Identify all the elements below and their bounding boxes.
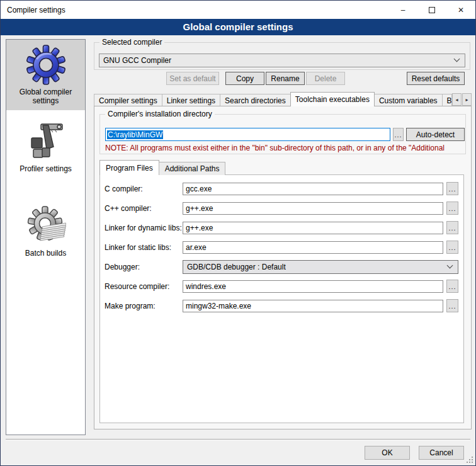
- button-label: Copy: [236, 74, 254, 83]
- tab-program-files[interactable]: Program Files: [99, 160, 159, 175]
- set-as-default-button[interactable]: Set as default: [166, 72, 219, 85]
- reset-defaults-button[interactable]: Reset defaults: [407, 72, 465, 85]
- sidebar-item-label: Batch builds: [8, 249, 84, 258]
- field-value: mingw32-make.exe: [186, 302, 251, 310]
- linker-static-label: Linker for static libs:: [105, 241, 171, 254]
- field-value: windres.exe: [186, 282, 226, 291]
- tab-linker-settings[interactable]: Linker settings: [162, 94, 220, 106]
- toolchain-executables-panel: Compiler's installation directory C:\ray…: [94, 106, 472, 429]
- settings-category-list: Global compiler settings Profiler settin…: [6, 39, 86, 435]
- make-program-browse-button[interactable]: ...: [446, 299, 458, 312]
- ellipsis-icon: ...: [448, 283, 456, 290]
- main-content: Selected compiler GNU GCC Compiler Set a…: [94, 35, 472, 441]
- program-files-tab-strip: Program Files Additional Paths: [99, 160, 225, 175]
- tab-toolchain-executables[interactable]: Toolchain executables: [290, 92, 375, 106]
- tab-label: Compiler settings: [99, 96, 157, 105]
- linker-dynamic-browse-button[interactable]: ...: [446, 221, 458, 234]
- sidebar-item-label: Global compiler settings: [8, 88, 84, 105]
- tab-label: Build: [447, 96, 452, 105]
- field-value: g++.exe: [186, 204, 213, 213]
- ellipsis-icon: ...: [448, 244, 456, 251]
- sidebar-item-label: Profiler settings: [8, 164, 84, 173]
- compiler-select[interactable]: GNU GCC Compiler: [99, 54, 465, 67]
- linker-dynamic-input[interactable]: g++.exe: [183, 222, 443, 234]
- copy-button[interactable]: Copy: [225, 72, 264, 85]
- sidebar-item-batch-builds[interactable]: Batch builds: [6, 201, 85, 263]
- installation-directory-group: Compiler's installation directory C:\ray…: [99, 114, 466, 154]
- minimize-icon: –: [401, 6, 405, 14]
- tab-label: Additional Paths: [165, 164, 220, 173]
- caliper-icon: [26, 122, 66, 162]
- tab-label: Linker settings: [167, 96, 215, 105]
- tab-label: Program Files: [106, 164, 153, 173]
- resource-compiler-browse-button[interactable]: ...: [446, 280, 458, 293]
- tab-additional-paths[interactable]: Additional Paths: [159, 162, 226, 175]
- ellipsis-icon: ...: [448, 224, 456, 232]
- button-label: OK: [382, 448, 392, 457]
- gray-gear-stack-icon: [26, 206, 66, 246]
- footer-divider: [6, 439, 470, 440]
- resize-grip[interactable]: [466, 456, 473, 463]
- cpp-compiler-browse-button[interactable]: ...: [446, 202, 458, 215]
- chevron-down-icon: [447, 263, 453, 269]
- close-button[interactable]: ✕: [446, 1, 475, 19]
- rename-button[interactable]: Rename: [266, 72, 305, 85]
- maximize-button[interactable]: [417, 1, 446, 19]
- c-compiler-browse-button[interactable]: ...: [446, 182, 458, 195]
- button-label: Auto-detect: [416, 130, 455, 139]
- page-title: Global compiler settings: [1, 19, 475, 35]
- tab-scroll-buttons: ◂ ▸: [452, 93, 472, 106]
- button-label: Rename: [271, 74, 299, 83]
- field-value: ar.exe: [186, 243, 207, 252]
- dialog-body: Global compiler settings Profiler settin…: [1, 35, 475, 465]
- ellipsis-icon: ...: [448, 185, 456, 193]
- field-value: g++.exe: [186, 224, 213, 232]
- linker-dynamic-label: Linker for dynamic libs:: [105, 222, 182, 234]
- resource-compiler-input[interactable]: windres.exe: [183, 280, 443, 293]
- compiler-select-value: GNU GCC Compiler: [103, 56, 171, 65]
- tab-label: Search directories: [225, 96, 286, 105]
- settings-tab-strip: Compiler settings Linker settings Search…: [94, 92, 472, 106]
- cancel-button[interactable]: Cancel: [419, 446, 464, 460]
- tab-label: Toolchain executables: [295, 95, 370, 104]
- c-compiler-label: C compiler:: [105, 183, 143, 195]
- title-bar[interactable]: Compiler settings – ✕: [1, 1, 475, 19]
- window-title: Compiler settings: [1, 6, 388, 14]
- cpp-compiler-input[interactable]: g++.exe: [183, 202, 443, 215]
- compiler-settings-dialog: Compiler settings – ✕ Global compiler se…: [0, 0, 476, 466]
- tab-label: Custom variables: [379, 96, 438, 105]
- linker-static-browse-button[interactable]: ...: [446, 241, 458, 254]
- debugger-select-value: GDB/CDB debugger : Default: [187, 263, 286, 271]
- tab-compiler-settings[interactable]: Compiler settings: [94, 94, 162, 106]
- linker-static-input[interactable]: ar.exe: [183, 241, 443, 254]
- make-program-input[interactable]: mingw32-make.exe: [183, 300, 443, 312]
- maximize-icon: [429, 7, 435, 13]
- button-label: Delete: [315, 74, 337, 83]
- field-value: gcc.exe: [186, 185, 212, 193]
- installation-directory-browse-button[interactable]: ...: [393, 128, 404, 141]
- minimize-button[interactable]: –: [388, 1, 417, 19]
- ellipsis-icon: ...: [394, 131, 402, 139]
- bin-subdirectory-note: NOTE: All programs must exist either in …: [105, 144, 465, 152]
- tab-custom-variables[interactable]: Custom variables: [374, 94, 443, 106]
- program-files-panel: C compiler: gcc.exe ... C++ compiler: g+…: [99, 174, 464, 423]
- ok-button[interactable]: OK: [365, 446, 410, 460]
- arrow-right-icon: ▸: [465, 97, 468, 103]
- tab-scroll-left-button[interactable]: ◂: [452, 93, 462, 106]
- button-label: Cancel: [429, 448, 453, 457]
- sidebar-item-profiler-settings[interactable]: Profiler settings: [6, 116, 85, 178]
- installation-directory-input[interactable]: C:\raylib\MinGW: [105, 128, 390, 141]
- sidebar-item-global-compiler-settings[interactable]: Global compiler settings: [6, 40, 85, 110]
- close-icon: ✕: [458, 6, 464, 14]
- installation-directory-value: C:\raylib\MinGW: [107, 130, 163, 139]
- tab-scroll-right-button[interactable]: ▸: [462, 93, 472, 106]
- debugger-select[interactable]: GDB/CDB debugger : Default: [183, 260, 458, 274]
- selected-compiler-group: Selected compiler GNU GCC Compiler: [94, 42, 470, 70]
- debugger-label: Debugger:: [105, 261, 140, 273]
- delete-button[interactable]: Delete: [306, 72, 345, 85]
- c-compiler-input[interactable]: gcc.exe: [183, 183, 443, 195]
- resource-compiler-label: Resource compiler:: [105, 280, 169, 293]
- auto-detect-button[interactable]: Auto-detect: [406, 128, 465, 141]
- tab-search-directories[interactable]: Search directories: [220, 94, 291, 106]
- tab-build-options[interactable]: Build: [442, 94, 452, 106]
